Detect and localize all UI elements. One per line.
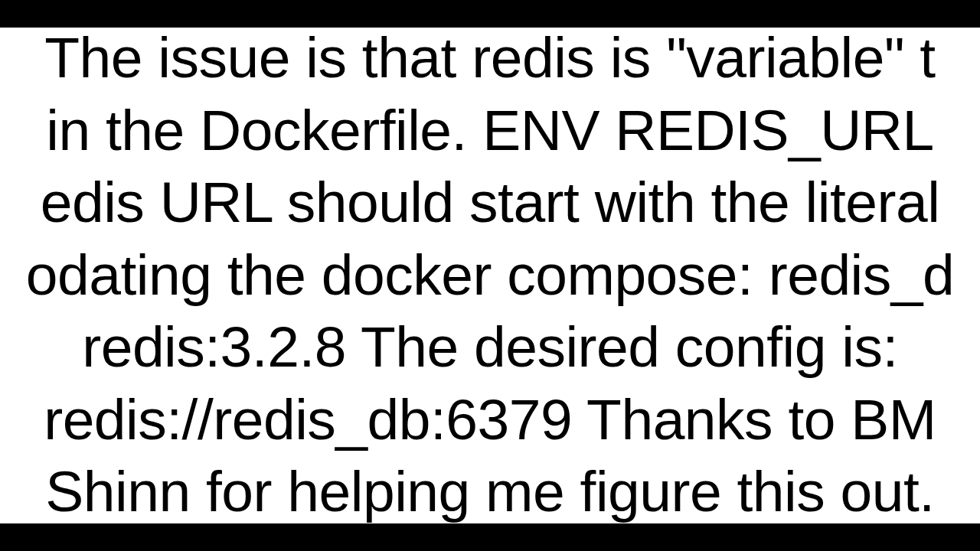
text-line-2: in the Dockerfile. ENV REDIS_URL	[46, 98, 933, 162]
document-viewport: The issue is that redis is "variable" t …	[0, 28, 980, 523]
text-line-7: Shinn for helping me figure this out.	[45, 459, 934, 523]
text-line-1: The issue is that redis is "variable" t	[44, 28, 935, 90]
text-line-6: redis://redis_db:6379 Thanks to BM	[44, 387, 936, 452]
text-line-5: redis:3.2.8 The desired config is:	[82, 315, 898, 379]
document-text: The issue is that redis is "variable" t …	[0, 28, 980, 523]
text-line-4: odating the docker compose: redis_d	[26, 243, 954, 307]
text-line-3: edis URL should start with the literal	[41, 170, 940, 234]
